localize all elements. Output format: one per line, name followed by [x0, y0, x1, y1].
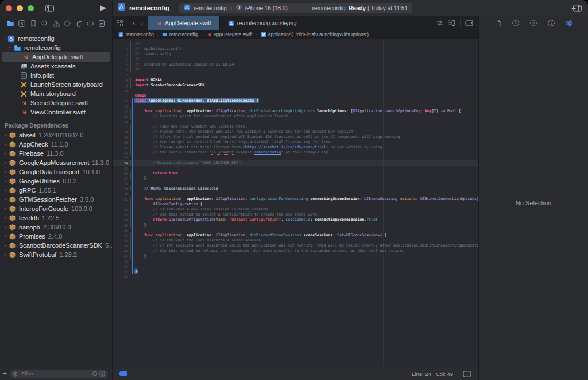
source-code-editor[interactable]: 1//2// AppDelegate.swift3// remoteconfig…	[113, 39, 478, 367]
recent-files-clock-icon[interactable]	[92, 371, 98, 377]
line-number[interactable]: 12	[113, 98, 131, 103]
code-line-8[interactable]: 8import UIKit	[113, 78, 478, 83]
line-number[interactable]: 44	[113, 269, 131, 274]
package-item-googleutilities[interactable]: ›GoogleUtilities8.0.2	[0, 176, 112, 186]
code-line-45[interactable]: 45	[113, 274, 478, 279]
line-number[interactable]: 9	[113, 83, 131, 88]
code-line-41[interactable]: 41 }	[113, 254, 478, 259]
tree-item-remoteconfig[interactable]: ›remoteconfig	[0, 34, 112, 43]
code-structure-icon[interactable]	[463, 371, 471, 377]
code-line-16[interactable]: 16	[113, 119, 478, 124]
code-line-38[interactable]: 38 // Called when the user discards a sc…	[113, 238, 478, 243]
line-number[interactable]: 34	[113, 217, 131, 222]
package-item-scanbotbarcodescannersdk[interactable]: ›ScanbotBarcodeScannerSDK5....	[0, 241, 112, 250]
code-line-25[interactable]: 25	[113, 166, 478, 171]
package-item-swiftprotobuf[interactable]: ›SwiftProtobuf1.28.2	[0, 250, 112, 259]
code-line-5[interactable]: 5// Created by Seifeddine Bouzid on 11.1…	[113, 62, 478, 67]
find-navigator-icon[interactable]	[40, 19, 49, 28]
line-number[interactable]: 20	[113, 140, 131, 145]
scheme-name[interactable]: remoteconfig	[194, 5, 227, 11]
tree-item-viewcontroller-swift[interactable]: ViewController.swift	[0, 108, 112, 117]
editor-only-mode-button[interactable]	[119, 371, 127, 376]
line-number[interactable]: 6	[113, 67, 131, 72]
source-control-status-icon[interactable]	[99, 371, 105, 377]
code-line-4[interactable]: 4//	[113, 57, 478, 62]
line-number[interactable]	[113, 202, 131, 207]
line-number[interactable]: 24	[113, 160, 131, 166]
code-line-19[interactable]: 19 // After the trial period has expired…	[113, 135, 478, 140]
line-number[interactable]: 15	[113, 114, 131, 119]
line-number[interactable]: 35	[113, 222, 131, 228]
issues-navigator-icon[interactable]	[52, 19, 61, 28]
tree-item-appdelegate-swift[interactable]: AppDelegate.swift	[2, 52, 110, 62]
code-line-1[interactable]: 1//	[113, 41, 478, 47]
code-line-13[interactable]: 13	[113, 103, 478, 109]
breakpoints-navigator-icon[interactable]	[86, 19, 95, 28]
toggle-inspector-icon[interactable]	[571, 2, 583, 14]
code-line-24[interactable]: 24 //Scanbot.setLicense("YOUR_LICENSE_KE…	[113, 160, 478, 166]
line-number[interactable]: 27	[113, 176, 131, 181]
history-inspector-icon[interactable]	[511, 18, 520, 28]
disclosure-chevron-icon[interactable]: ›	[2, 224, 8, 230]
line-number[interactable]: 8	[113, 78, 131, 83]
tree-item-scenedelegate-swift[interactable]: SceneDelegate.swift	[0, 98, 112, 108]
disclosure-chevron-icon[interactable]: ›	[2, 187, 8, 193]
code-line-10[interactable]: 10	[113, 88, 478, 93]
code-line-21[interactable]: 21 // Please submit the trial license fo…	[113, 145, 478, 150]
code-line-17[interactable]: 17 // TODO Add your Scanbot SDK license …	[113, 124, 478, 129]
scheme-and-status-bar[interactable]: remoteconfig 〉 iPhone 16 (18.0) remoteco…	[179, 3, 412, 13]
breadcrumb-item[interactable]: Mapplication(_:didFinishLaunchingWithOpt…	[261, 32, 369, 37]
line-number[interactable]: 4	[113, 57, 131, 62]
line-number[interactable]: 32	[113, 207, 131, 212]
line-number[interactable]: 16	[113, 119, 131, 124]
code-line-23[interactable]: 23	[113, 155, 478, 160]
code-line-20[interactable]: 20 // You can get an unrestricted "no-st…	[113, 140, 478, 145]
code-line-22[interactable]: 22 // the Bundle Identifier "io.scanbot.…	[113, 150, 478, 155]
line-number[interactable]: 7	[113, 72, 131, 78]
code-line-37[interactable]: 37 func application(_ application: UIApp…	[113, 233, 478, 238]
line-number[interactable]: 1	[113, 41, 131, 47]
line-number[interactable]: 23	[113, 155, 131, 160]
line-number[interactable]: 25	[113, 166, 131, 171]
zoom-window-button[interactable]	[28, 5, 34, 11]
line-number[interactable]: 38	[113, 238, 131, 243]
line-number[interactable]: 19	[113, 135, 131, 140]
line-number[interactable]: 14	[113, 109, 131, 114]
source-control-navigator-icon[interactable]	[17, 19, 26, 28]
code-line-42[interactable]: 42	[113, 259, 478, 264]
code-line-32[interactable]: 32 // Called when a new scene session is…	[113, 207, 478, 212]
toggle-navigator-icon[interactable]	[43, 2, 56, 14]
line-number[interactable]: 36	[113, 228, 131, 233]
code-line-26[interactable]: 26 return true	[113, 171, 478, 176]
package-item-googledatatransport[interactable]: ›GoogleDataTransport10.1.0	[0, 167, 112, 176]
run-destination[interactable]: iPhone 16 (18.0)	[245, 5, 288, 11]
package-item-abseil[interactable]: ›abseil1.2024011602.0	[0, 130, 112, 140]
line-number[interactable]: 21	[113, 145, 131, 150]
close-window-button[interactable]	[6, 5, 12, 11]
package-item-interopforgoogle[interactable]: ›InteropForGoogle100.0.0	[0, 204, 112, 213]
debug-navigator-icon[interactable]	[74, 19, 83, 28]
project-navigator-icon[interactable]	[6, 19, 15, 28]
package-item-leveldb[interactable]: ›leveldb1.22.5	[0, 213, 112, 222]
line-number[interactable]: 33	[113, 212, 131, 217]
line-number[interactable]: 28	[113, 181, 131, 186]
tree-item-info-plist[interactable]: Info.plist	[0, 71, 112, 80]
tree-item-assets-xcassets[interactable]: Assets.xcassets	[0, 62, 112, 71]
disclosure-chevron-icon[interactable]: ›	[2, 215, 8, 221]
tests-navigator-icon[interactable]	[63, 19, 72, 28]
line-number[interactable]: 18	[113, 129, 131, 135]
package-item-gtmsessionfetcher[interactable]: ›GTMSessionFetcher3.5.0	[0, 195, 112, 204]
add-editor-icon[interactable]	[465, 18, 474, 28]
disclosure-chevron-icon[interactable]: ›	[2, 252, 8, 258]
code-line-2[interactable]: 2// AppDelegate.swift	[113, 47, 478, 52]
package-item-appcheck[interactable]: ›AppCheck11.1.0	[0, 140, 112, 149]
code-line-14[interactable]: 14 func application(_ application: UIApp…	[113, 109, 478, 114]
disclosure-chevron-icon[interactable]: ›	[1, 36, 7, 41]
package-item-googleappmeasurement[interactable]: ›GoogleAppMeasurement11.3.0	[0, 158, 112, 167]
editor-tab[interactable]: AppDelegate.swift	[148, 16, 220, 30]
add-file-button[interactable]: +	[0, 370, 10, 378]
code-line-18[interactable]: 18 // Please note: The Scanbot SDK will …	[113, 129, 478, 135]
code-line-27[interactable]: 27 }	[113, 176, 478, 181]
package-item-firebase[interactable]: ›Firebase11.3.0	[0, 149, 112, 158]
go-forward-icon[interactable]: ›	[138, 19, 145, 27]
